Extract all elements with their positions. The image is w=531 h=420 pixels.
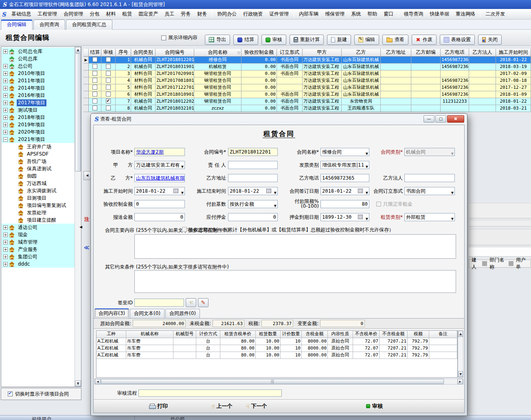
expand-toggle-icon[interactable]: + (3, 225, 8, 230)
sidebar-item[interactable]: −2021年项目 (2, 136, 75, 143)
calendar-icon[interactable] (358, 189, 363, 193)
normal_rent_only-checkbox[interactable] (376, 202, 381, 207)
sidebar-item[interactable]: 万达西城 (2, 180, 75, 187)
menu-item[interactable]: 协同办公 (214, 9, 240, 19)
settle-checkbox[interactable] (92, 92, 97, 97)
contract_no-field[interactable]: ZLHT2018012201 (228, 148, 278, 156)
table-row[interactable]: ▶1机械合同ZLHT2018012201维修合同0.00书面合同万达建筑安装工程… (83, 57, 531, 64)
menu-item[interactable]: 系统 (348, 9, 364, 19)
pay_limit-field[interactable]: 80 (320, 200, 369, 208)
items-column-header[interactable]: 计价方式 (196, 331, 220, 338)
items-column-header[interactable]: 租赁数量 (256, 331, 281, 338)
deposit_due-field[interactable]: 1899-12-30▼ (320, 213, 369, 221)
items-column-header[interactable]: 机械名称 (126, 331, 173, 338)
sidebar-item[interactable]: 目测项目 (2, 194, 75, 202)
sidebar-item[interactable]: 保真进测试 (2, 165, 75, 172)
items-column-header[interactable]: 不含税单价 (353, 331, 380, 338)
column-header-6[interactable]: 合同名称▽ (194, 49, 241, 57)
settle-checkbox[interactable] (92, 99, 97, 103)
party_b_tel-field[interactable]: 14569872365 (320, 174, 369, 182)
chevron-down-icon[interactable]: ▼ (366, 150, 368, 156)
scroll-down-icon[interactable]: ▼ (458, 371, 463, 377)
settle-checkbox[interactable] (92, 64, 97, 69)
items-column-header[interactable]: 含税金额 (302, 331, 328, 338)
sidebar-item[interactable]: +产业服务 (2, 246, 75, 253)
menu-item[interactable]: 员工 (161, 9, 178, 19)
close-button[interactable]: ✖ (447, 115, 464, 123)
toolbar-button[interactable]: 编辑 (354, 35, 379, 45)
expand-toggle-icon[interactable]: + (3, 255, 8, 259)
dialog-tab[interactable]: 合同原件(0) (165, 309, 200, 318)
settle-checkbox[interactable] (92, 85, 97, 90)
dialog-button-2[interactable]: ☝上一个 (209, 402, 235, 410)
party_b-field[interactable]: 山东百脉建筑机械有限 (134, 174, 185, 182)
column-header-1[interactable]: 结算 (89, 49, 101, 57)
lease_type-field[interactable]: 外部租赁▼ (404, 213, 455, 221)
party_b_addr-field[interactable] (228, 174, 278, 182)
chevron-tab-icon[interactable]: ≪ (84, 244, 90, 251)
chevron-down-icon[interactable]: ▼ (274, 202, 276, 208)
dialog-tab[interactable]: 合同文本(0) (130, 309, 165, 318)
items-column-header[interactable]: 机械型号 (173, 331, 196, 338)
sidebar-item[interactable]: +2020年项目 (2, 128, 75, 136)
sidebar-item[interactable]: +城市管理 (2, 238, 75, 246)
scroll-up-icon[interactable]: ▲ (75, 47, 81, 53)
sidebar-item[interactable]: 御园 (2, 172, 75, 180)
menu-item[interactable]: 财务 (194, 9, 210, 19)
sidebar-item[interactable]: 发票处理 (2, 209, 75, 216)
menu-item[interactable]: 劳务 (178, 9, 194, 19)
menu-item[interactable]: 固定资产 (135, 9, 161, 19)
party_b_legal-field[interactable] (404, 174, 455, 182)
sidebar-item[interactable]: +2014年项目 (2, 84, 75, 92)
items-row[interactable]: A工程机械吊车费台80.0010.00108000.00原始合同72.07720… (97, 352, 457, 359)
accept-total-control-checkbox[interactable] (182, 227, 187, 232)
settle-checkbox[interactable] (92, 57, 97, 62)
menu-item[interactable]: 窗口 (380, 9, 397, 19)
audit-checkbox[interactable] (106, 92, 111, 97)
expand-toggle-icon[interactable]: + (3, 115, 8, 120)
calendar-icon[interactable] (173, 189, 178, 193)
column-header-4[interactable]: 合同类别 (131, 49, 156, 57)
column-header-14[interactable]: 乙方法人 (469, 49, 496, 57)
collapse-left-button[interactable]: ◀ (83, 171, 91, 180)
column-header-12[interactable]: 乙方邮编 (411, 49, 441, 57)
toolbar-button[interactable]: ✖作废 (412, 35, 437, 45)
menu-item[interactable]: 材料 (103, 9, 119, 19)
sidebar-item[interactable]: 王府井广场 (2, 143, 75, 150)
chevron-down-icon[interactable]: ▼ (181, 163, 184, 169)
column-header-9[interactable]: 甲方 (303, 49, 342, 57)
expand-toggle-icon[interactable]: + (3, 86, 8, 90)
tab[interactable]: 合同查询 (33, 20, 65, 30)
items-row[interactable]: A工程机械吊车费台80.0010.00108000.00原始合同72.07720… (97, 345, 457, 352)
dialog-titlebar[interactable]: S 查看-租赁合同 (91, 114, 467, 124)
audit-checkbox[interactable] (106, 57, 111, 62)
chevron-down-icon[interactable]: ▼ (366, 189, 368, 195)
contract_name-field[interactable]: 维修合同▼ (320, 148, 369, 156)
dialog-tab[interactable]: 合同内容(3) (94, 308, 129, 318)
toolbar-button[interactable]: 重新计算 (290, 35, 324, 45)
column-header-2[interactable]: 审核 (101, 49, 116, 57)
menu-item[interactable]: 工程管理 (34, 9, 60, 19)
calendar-icon[interactable] (266, 189, 271, 193)
horizontal-scrollbar[interactable]: ◀ ||| ▶ (94, 378, 463, 385)
menu-item[interactable]: 合同管理 (60, 9, 86, 19)
expand-toggle-icon[interactable]: + (3, 247, 8, 252)
dialog-button-1[interactable]: 打印 (147, 402, 170, 410)
menu-item[interactable]: 分包 (86, 9, 103, 19)
expand-toggle-icon[interactable]: + (3, 79, 8, 83)
party_b-link[interactable]: 山东百脉建筑机械有限 (136, 175, 185, 181)
sidebar-item[interactable]: +2019年项目 (2, 121, 75, 128)
column-header-5[interactable]: 合同编号 (156, 49, 194, 57)
sidebar-item[interactable]: +2017年项目 (2, 99, 75, 106)
chevron-down-icon[interactable]: ▼ (451, 215, 454, 221)
menu-item[interactable]: 行政物资 (240, 9, 266, 19)
tab[interactable]: 合同租赁商汇总 (66, 20, 112, 30)
column-header-15[interactable]: 施工开始时间 (496, 49, 531, 57)
sidebar-item[interactable]: +dddc (2, 260, 75, 268)
menu-item[interactable]: 重连网络 (452, 9, 478, 19)
menu-item[interactable]: 领导查询 (400, 9, 426, 19)
report_amount-field[interactable]: 0 (134, 213, 185, 221)
minimize-button[interactable]: — (423, 115, 434, 123)
scrollbar-thumb[interactable] (75, 53, 81, 172)
sidebar-item[interactable]: +集团公司 (2, 253, 75, 260)
